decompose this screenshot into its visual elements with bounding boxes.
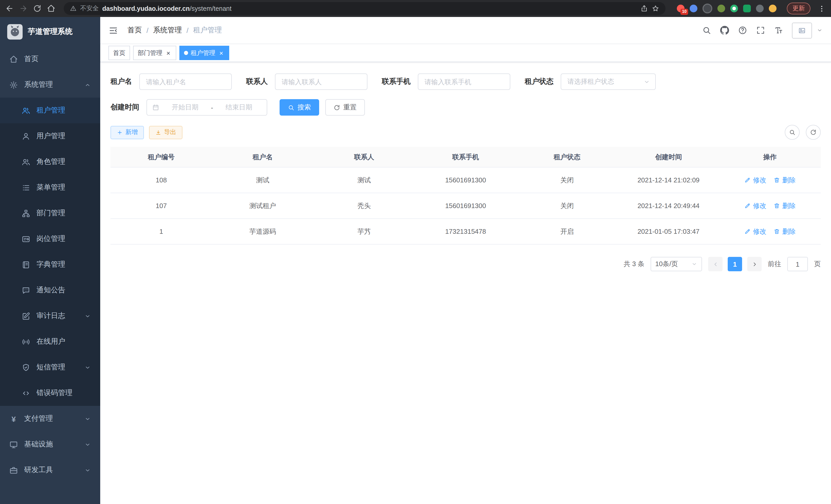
navbar: 首页 / 系统管理 / 租户管理 bbox=[100, 17, 831, 44]
browser-back-icon[interactable] bbox=[5, 4, 14, 13]
delete-link[interactable]: 删除 bbox=[774, 227, 796, 236]
goto-page-input[interactable] bbox=[787, 257, 808, 271]
browser-menu-icon[interactable] bbox=[818, 4, 826, 12]
toggle-search-button[interactable] bbox=[785, 125, 800, 140]
extension-icon[interactable] bbox=[717, 5, 725, 12]
extension-icon[interactable] bbox=[703, 4, 712, 13]
breadcrumb-system[interactable]: 系统管理 bbox=[153, 26, 182, 35]
chevron-down-icon bbox=[84, 467, 91, 473]
tab-dept[interactable]: 部门管理 × bbox=[133, 46, 176, 60]
help-icon[interactable] bbox=[738, 26, 747, 35]
tab-label: 首页 bbox=[113, 49, 125, 57]
col-status: 租户状态 bbox=[516, 147, 618, 167]
date-start-placeholder: 开始日期 bbox=[163, 103, 208, 112]
app-logo[interactable]: 芋道管理系统 bbox=[0, 17, 100, 46]
tenant-table: 租户编号 租户名 联系人 联系手机 租户状态 创建时间 操作 108 测试 bbox=[111, 147, 821, 244]
sidebar-item-audit-log[interactable]: 审计日志 bbox=[0, 303, 100, 329]
page-size-select[interactable]: 10条/页 bbox=[651, 257, 702, 271]
sidebar-item-role[interactable]: 角色管理 bbox=[0, 149, 100, 175]
export-button[interactable]: 导出 bbox=[149, 126, 182, 139]
close-icon[interactable]: × bbox=[165, 50, 172, 56]
url-text[interactable]: dashboard.yudao.iocoder.cn/system/tenant bbox=[102, 5, 637, 12]
cell-contact: 秃头 bbox=[314, 193, 415, 218]
gear-icon bbox=[9, 80, 18, 89]
cell-status: 关闭 bbox=[516, 167, 618, 193]
field-label: 联系人 bbox=[246, 77, 268, 86]
tenant-status-select[interactable]: 请选择租户状态 bbox=[561, 73, 656, 90]
sidebar-item-system[interactable]: 系统管理 bbox=[0, 72, 100, 98]
sidebar-item-post[interactable]: 岗位管理 bbox=[0, 226, 100, 252]
sidebar-item-online-user[interactable]: 在线用户 bbox=[0, 329, 100, 355]
sidebar-item-infra[interactable]: 基础设施 bbox=[0, 432, 100, 457]
browser-reload-icon[interactable] bbox=[33, 4, 41, 13]
sidebar-item-dept[interactable]: 部门管理 bbox=[0, 200, 100, 226]
fullscreen-icon[interactable] bbox=[756, 26, 765, 35]
cell-created: 2021-12-14 20:49:44 bbox=[618, 193, 719, 218]
extension-icon[interactable] bbox=[730, 5, 738, 12]
edit-link[interactable]: 修改 bbox=[744, 227, 767, 236]
breadcrumb-home[interactable]: 首页 bbox=[127, 26, 142, 35]
sidebar-item-dict[interactable]: 字典管理 bbox=[0, 252, 100, 277]
edit-link[interactable]: 修改 bbox=[744, 201, 767, 210]
cell-contact: 芋艿 bbox=[314, 218, 415, 244]
puzzle-extension-icon[interactable] bbox=[756, 5, 764, 12]
extension-icon[interactable]: 10 bbox=[677, 5, 685, 12]
refresh-table-button[interactable] bbox=[806, 125, 821, 140]
sidebar-item-label: 部门管理 bbox=[36, 209, 65, 218]
contact-phone-input[interactable] bbox=[418, 73, 510, 90]
not-secure-warning-icon[interactable] bbox=[70, 5, 77, 12]
bookmark-star-icon[interactable] bbox=[652, 5, 659, 12]
browser-forward-icon[interactable] bbox=[19, 4, 28, 13]
reset-button[interactable]: 重置 bbox=[325, 99, 365, 116]
url-path: /system/tenant bbox=[190, 5, 231, 12]
cell-created: 2021-12-14 21:02:09 bbox=[618, 167, 719, 193]
sidebar-item-sms[interactable]: 短信管理 bbox=[0, 355, 100, 380]
sidebar-item-devtools[interactable]: 研发工具 bbox=[0, 457, 100, 483]
current-page-button[interactable]: 1 bbox=[728, 257, 742, 271]
sidebar-item-label: 审计日志 bbox=[36, 312, 65, 321]
search-icon bbox=[789, 129, 796, 136]
address-bar[interactable]: 不安全 dashboard.yudao.iocoder.cn/system/te… bbox=[64, 2, 665, 15]
sidebar-item-menu[interactable]: 菜单管理 bbox=[0, 175, 100, 200]
next-page-button[interactable] bbox=[747, 257, 762, 271]
search-icon[interactable] bbox=[702, 26, 711, 35]
contact-input[interactable] bbox=[275, 73, 368, 90]
share-icon[interactable] bbox=[640, 5, 648, 12]
search-button[interactable]: 搜索 bbox=[280, 99, 319, 116]
add-button[interactable]: 新增 bbox=[111, 126, 144, 139]
page-buttons: 1 bbox=[708, 257, 762, 271]
sidebar-item-error-code[interactable]: 错误码管理 bbox=[0, 380, 100, 406]
security-label[interactable]: 不安全 bbox=[80, 4, 99, 13]
sidebar-item-notice[interactable]: 通知公告 bbox=[0, 277, 100, 303]
sidebar-item-pay[interactable]: ¥ 支付管理 bbox=[0, 406, 100, 432]
profile-avatar-icon[interactable] bbox=[769, 5, 776, 12]
row-actions: 修改 删除 bbox=[720, 227, 820, 236]
avatar[interactable] bbox=[792, 22, 812, 38]
tab-home[interactable]: 首页 bbox=[109, 46, 130, 60]
sidebar-item-home[interactable]: 首页 bbox=[0, 46, 100, 72]
browser-home-icon[interactable] bbox=[47, 4, 56, 13]
menu-list-icon bbox=[22, 183, 30, 192]
tab-tenant[interactable]: 租户管理 × bbox=[179, 46, 229, 60]
github-icon[interactable] bbox=[720, 26, 729, 35]
sidebar-item-user[interactable]: 用户管理 bbox=[0, 123, 100, 149]
chrome-update-button[interactable]: 更新 bbox=[787, 3, 810, 14]
delete-link[interactable]: 删除 bbox=[774, 201, 796, 210]
extensions-area: 10 bbox=[674, 4, 780, 13]
collapse-sidebar-icon[interactable] bbox=[109, 25, 118, 35]
search-icon bbox=[288, 104, 294, 111]
font-size-icon[interactable] bbox=[774, 26, 783, 35]
tenant-name-input[interactable] bbox=[139, 73, 232, 90]
delete-link[interactable]: 删除 bbox=[774, 175, 796, 185]
extension-badge: 10 bbox=[681, 9, 688, 15]
avatar-caret-down-icon[interactable] bbox=[816, 27, 823, 33]
edit-link[interactable]: 修改 bbox=[744, 175, 767, 185]
extension-icon[interactable] bbox=[690, 5, 697, 12]
extension-icon[interactable] bbox=[743, 5, 751, 12]
prev-page-button[interactable] bbox=[708, 257, 722, 271]
delete-label: 删除 bbox=[782, 175, 796, 185]
create-time-range-picker[interactable]: 开始日期 - 结束日期 bbox=[146, 99, 267, 116]
sidebar-item-tenant[interactable]: 租户管理 bbox=[0, 98, 100, 123]
download-icon bbox=[155, 129, 161, 136]
close-icon[interactable]: × bbox=[218, 50, 225, 56]
